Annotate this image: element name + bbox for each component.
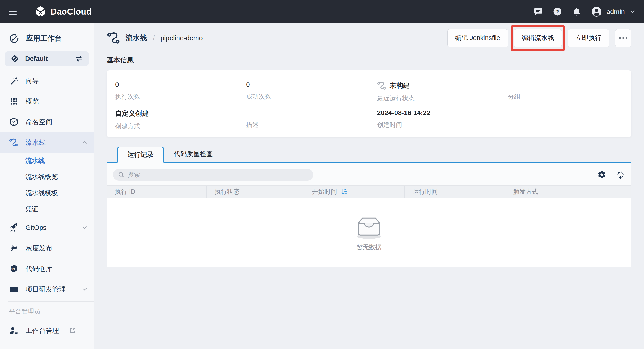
edit-jenkinsfile-button[interactable]: 编辑 Jenkinsfile [447,29,508,47]
info-value: 未构建 [377,81,508,90]
workspace-title: 应用工作台 [26,34,62,44]
pipeline-not-built-icon [377,81,386,90]
column-label: 运行时间 [413,188,438,196]
workbench-icon [9,33,19,44]
sidebar-item-overview[interactable]: 概览 [0,91,94,112]
info-cell-group: - 分组 [508,81,623,109]
folder-icon [9,284,19,294]
info-label: 分组 [508,92,623,101]
column-header-trigger-method[interactable]: 触发方式 [505,186,606,198]
empty-state: 暂无数据 [107,198,631,267]
sidebar-item-workbench-admin[interactable]: 工作台管理 [0,320,94,341]
subnav-label: 流水线概览 [25,172,58,182]
subnav-item-pipeline-template[interactable]: 流水线模板 [0,185,94,201]
topbar: DaoCloud ? admin [0,0,644,23]
subnav-item-credentials[interactable]: 凭证 [0,201,94,217]
run-records-panel: 执行 ID 执行状态 开始时间 运行时间 触发方式 [107,163,631,267]
brand[interactable]: DaoCloud [34,6,92,18]
topbar-right: ? admin [534,6,636,17]
info-value: 自定义创建 [115,109,246,118]
sidebar-item-project-mgmt[interactable]: 项目研发管理 [0,279,94,300]
status-text: 未构建 [390,81,410,90]
role-label: 平台管理员 [0,306,94,317]
chevron-up-icon [81,139,88,146]
page-header: 流水线 / pipeline-demo 编辑 Jenkinsfile 编辑流水线… [107,29,631,47]
sidebar-item-code-repo[interactable]: </> 代码仓库 [0,258,94,279]
sidebar-nav: 向导 概览 命名空间 [0,70,94,341]
daocloud-logo-icon [34,6,46,18]
info-cell-creation-method: 自定义创建 创建方式 [115,109,246,137]
external-link-icon [69,327,76,334]
sidebar-item-namespace[interactable]: 命名空间 [0,112,94,132]
bell-icon[interactable] [572,7,581,16]
edit-pipeline-highlight: 编辑流水线 [514,29,562,47]
search-input[interactable] [113,169,313,180]
search-icon [118,171,125,178]
menu-icon[interactable] [9,8,18,15]
subnav-item-pipeline-overview[interactable]: 流水线概览 [0,169,94,185]
pipeline-icon [107,31,121,45]
section-title: 基本信息 [107,56,631,65]
info-label: 创建方式 [115,122,246,131]
column-header-actions [606,186,631,198]
info-label: 成功次数 [246,92,377,101]
tab-code-quality[interactable]: 代码质量检查 [164,146,223,162]
grid-dots-icon [9,96,19,106]
info-cell-success-count: 0 成功次数 [246,81,377,109]
column-header-run-duration[interactable]: 运行时间 [404,186,505,198]
user-menu[interactable]: admin [591,6,636,17]
empty-text: 暂无数据 [356,243,382,252]
help-icon[interactable]: ? [553,7,562,16]
chevron-down-icon [81,286,88,292]
searchbox [113,169,313,180]
sidebar-item-gray-release[interactable]: 灰度发布 [0,238,94,258]
sidebar-item-label: 命名空间 [26,118,88,126]
avatar-icon [591,6,602,17]
gear-icon[interactable] [597,170,606,179]
workspace-selector[interactable]: Default [5,52,89,66]
info-value: - [246,109,377,116]
main-content: 流水线 / pipeline-demo 编辑 Jenkinsfile 编辑流水线… [94,23,644,349]
sidebar-item-label: 灰度发布 [26,244,88,253]
breadcrumb-root[interactable]: 流水线 [126,33,147,43]
workspace-icon [10,54,19,63]
sidebar-section-divider [8,301,94,302]
message-icon[interactable] [534,7,543,16]
sidebar-divider [5,69,88,69]
column-label: 执行 ID [115,188,136,196]
sidebar-item-label: 流水线 [26,138,74,147]
sidebar-item-label: 代码仓库 [26,264,88,274]
subnav-item-pipeline[interactable]: 流水线 [0,153,94,169]
subnav-label: 流水线 [25,156,45,165]
info-value: 0 [246,81,377,88]
sidebar-item-gitops[interactable]: GitOps [0,217,94,238]
column-label: 开始时间 [312,188,337,196]
sidebar-item-pipeline[interactable]: 流水线 [0,132,94,153]
tabs: 运行记录 代码质量检查 [107,146,631,163]
pipeline-subnav: 流水线 流水线概览 流水线模板 凭证 [0,153,94,217]
header-actions: 编辑 Jenkinsfile 编辑流水线 立即执行 [447,29,631,47]
column-header-exec-id[interactable]: 执行 ID [107,186,206,198]
info-cell-creation-time: 2024-08-16 14:22 创建时间 [377,109,508,137]
refresh-icon[interactable] [616,170,625,179]
sort-descending-icon[interactable] [340,188,348,196]
run-now-button[interactable]: 立即执行 [568,29,609,47]
sidebar-item-label: 向导 [26,76,88,86]
edit-pipeline-button[interactable]: 编辑流水线 [514,29,562,47]
code-box-icon: </> [9,264,19,274]
bird-icon [9,243,19,253]
column-header-exec-status[interactable]: 执行状态 [206,186,304,198]
switch-workspace-icon[interactable] [75,54,84,63]
breadcrumb-separator: / [153,34,154,42]
chevron-down-icon [81,224,88,231]
sidebar-item-wizard[interactable]: 向导 [0,70,94,91]
column-header-start-time[interactable]: 开始时间 [304,186,404,198]
info-value: 0 [115,81,246,88]
info-label: 描述 [246,120,377,129]
tab-run-records[interactable]: 运行记录 [117,146,164,163]
info-cell-last-status: 未构建 最近运行状态 [377,81,508,109]
ellipsis-icon [619,37,621,39]
table-toolbar [107,163,631,186]
more-actions-button[interactable] [615,29,631,47]
workspace-header: 应用工作台 [0,31,94,46]
